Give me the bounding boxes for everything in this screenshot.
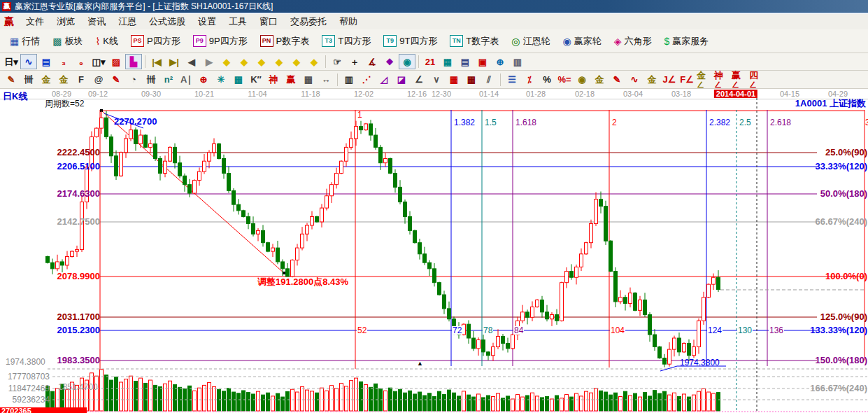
percent-t-icon[interactable]: ⁒ [521,72,538,88]
knife-tool-icon[interactable]: ✎ [3,72,20,88]
bars-3-icon[interactable]: ₃ [55,54,72,69]
menu-item-formula-stock-pick[interactable]: 公式选股 [143,14,192,29]
starburst-icon[interactable]: ✳ [213,72,229,88]
menu-item-trade-entrust[interactable]: 交易委托 [284,14,333,29]
fractal-tool-icon[interactable]: ◉ [399,54,415,69]
wave-red-icon[interactable]: ∿ [626,72,643,88]
fan-tool-icon[interactable]: ◿ [376,72,392,88]
menu-item-tools[interactable]: 工具 [222,14,253,29]
shen-angle-icon[interactable]: 神∠ [713,72,730,88]
f-angle-icon[interactable]: F∠ [678,72,695,88]
toolbar-button-sectors[interactable]: ▩板块 [47,32,88,50]
ying-tool-icon[interactable]: 赢 [283,72,299,88]
menu-item-window[interactable]: 窗口 [253,14,284,29]
gold-angle-icon[interactable]: 金∠ [696,72,713,88]
calculator-icon[interactable]: ▦ [439,54,456,69]
notes-icon[interactable]: ▤ [457,54,474,69]
web-data-icon[interactable]: ⊕ [492,54,508,69]
j-angle-icon[interactable]: J∠ [661,72,678,88]
bars-9-icon[interactable]: ₉ [73,54,90,69]
go-first-icon[interactable]: |◀ [148,54,165,69]
grid-red-icon[interactable]: ▦ [446,72,462,88]
gold-comb2-icon[interactable]: 金 [55,72,72,88]
menu-item-settings[interactable]: 设置 [192,14,222,29]
ying-angle-icon[interactable]: 赢∠ [731,72,748,88]
gold-lines-icon[interactable]: 金 [591,72,608,88]
toolbar-button-quotes[interactable]: ▦行情 [4,32,45,50]
title-bar[interactable]: 赢 赢家江恩专业版[赢家内部服务平台] - [上证指数 SH1A0001-167… [0,0,868,13]
grid-box-icon[interactable]: ▦ [230,72,247,88]
menu-item-browse[interactable]: 浏览 [50,14,81,29]
zoom-all-expand-icon[interactable]: ◆ [288,54,305,69]
info-doc-icon[interactable]: ▤ [38,54,55,69]
t-square-icon: T3 [322,35,335,47]
toolbar-button-9p-square[interactable]: P99P四方形 [187,32,253,50]
go-prev-icon[interactable]: ◀ [183,54,200,69]
knife-red-icon[interactable]: ✎ [108,72,124,88]
map-view-icon[interactable]: ▨ [108,54,124,69]
chart-area[interactable]: 08-2909-1209-3010-2111-0411-1812-0212-16… [0,89,868,413]
f-comb-icon[interactable]: F [73,72,90,88]
angle-tool-icon[interactable]: ∡ [364,54,380,69]
angle-lines-icon[interactable]: ∠ [411,72,427,88]
toolbar-button-gann-wheel[interactable]: ◎江恩轮 [506,32,555,50]
zoom-right-icon[interactable]: ◆ [236,54,252,69]
menu-item-gann[interactable]: 江恩 [112,14,143,29]
percent-icon[interactable]: % [539,72,555,88]
go-next-icon[interactable]: ▶ [201,54,218,69]
toolbar-button-9t-square[interactable]: T99T四方形 [378,32,443,50]
toolbar-button-kline[interactable]: ⌇K线 [90,32,124,50]
toolbar-button-p-square[interactable]: PSP四方形 [125,32,186,50]
gold-2-icon[interactable]: 金 [643,72,660,88]
toolbar-button-t-square[interactable]: T3T四方形 [316,32,376,50]
clock-cycle-icon[interactable]: ◔ [125,72,142,88]
v-wave-icon[interactable]: ∨ [428,72,445,88]
toolbar-button-hexagon[interactable]: ◈六角形 [609,32,657,50]
menu-item-news[interactable]: 资讯 [81,14,112,29]
shen-tool-icon[interactable]: 神 [265,72,282,88]
zoom-all-shrink-icon[interactable]: ◆ [306,54,322,69]
gold-circle-icon[interactable]: ◉ [574,72,590,88]
toolbar-button-winner-service[interactable]: $赢家服务 [659,32,715,50]
grid-dark-icon[interactable]: ▦ [463,72,480,88]
pen-red-icon[interactable]: ✎ [609,72,625,88]
price-scale-icon[interactable]: ☰ [504,72,520,88]
zoom-h-expand-icon[interactable]: ◆ [253,54,270,69]
candle-dropdown-icon[interactable]: ◫▾ [90,54,107,69]
remote-pc-icon[interactable]: ▥ [509,54,526,69]
crosshair-tool-icon[interactable]: ＋ [346,54,363,69]
menu-item-help[interactable]: 帮助 [333,14,364,29]
toolbar-button-winner-wheel[interactable]: ◉赢家轮 [557,32,607,50]
ruler-grid-icon[interactable]: ▦ [300,72,317,88]
toolbar-button-p-number-table[interactable]: PNP数字表 [255,32,315,50]
k-quote-icon[interactable]: K″ [248,72,264,88]
go-last-icon[interactable]: ▶| [166,54,183,69]
calendar-icon[interactable]: 21 [422,54,439,69]
comb-plain-icon[interactable]: 卌 [143,72,159,88]
gold-comb-icon[interactable]: 金 [38,72,55,88]
period-dropdown-icon[interactable]: 日▾ [3,54,20,69]
a-line-icon[interactable]: A∣ [178,72,194,88]
rays-tool-icon[interactable]: ⋰ [358,72,375,88]
fan-box-icon[interactable]: ◪ [393,72,410,88]
save-icon[interactable]: ▣ [474,54,491,69]
zoom-left-icon[interactable]: ◆ [218,54,235,69]
si-angle-icon[interactable]: 四∠ [748,72,765,88]
trend-overlay-icon[interactable]: ∿ [20,54,37,69]
spiral-tool-icon[interactable]: @ [90,72,107,88]
menu-item-file[interactable]: 文件 [20,14,50,29]
zoom-h-shrink-icon[interactable]: ◆ [271,54,287,69]
marker-tool-icon[interactable]: ❖ [381,54,398,69]
hand-tool-icon[interactable]: ☞ [329,54,346,69]
compass-circle-icon[interactable]: ⊕ [195,72,212,88]
comb-tool-icon[interactable]: 卌 [20,72,37,88]
n-square-icon[interactable]: n² [160,72,177,88]
price-level-label: 2031.1700 [57,312,100,321]
percent-line-icon[interactable]: %= [556,72,573,88]
width-arrows-icon[interactable]: ↔ [318,72,334,88]
parallel-lines-icon[interactable]: ⫽ [481,72,497,88]
gann-box-icon[interactable]: ▥ [341,72,357,88]
toolbar-button-t-number-table[interactable]: TNT数字表 [444,32,504,50]
volume-histogram-icon[interactable]: ▙ [125,54,142,69]
volume-bar-down [154,385,157,411]
